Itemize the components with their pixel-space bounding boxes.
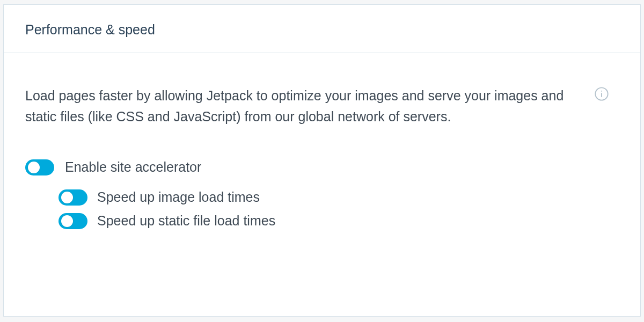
- toggle-speed-static[interactable]: [58, 213, 87, 229]
- toggle-row-enable-accelerator: Enable site accelerator: [25, 159, 619, 175]
- info-icon[interactable]: [594, 86, 609, 101]
- section-title: Performance & speed: [25, 22, 619, 38]
- toggle-row-speed-images: Speed up image load times: [58, 189, 619, 206]
- svg-point-2: [601, 91, 602, 92]
- description-row: Load pages faster by allowing Jetpack to…: [25, 85, 619, 127]
- card-body: Load pages faster by allowing Jetpack to…: [4, 53, 640, 258]
- toggle-enable-accelerator[interactable]: [25, 159, 54, 175]
- toggle-speed-images[interactable]: [58, 189, 87, 206]
- toggle-knob: [61, 192, 73, 203]
- section-description: Load pages faster by allowing Jetpack to…: [25, 85, 583, 127]
- toggle-label-enable-accelerator: Enable site accelerator: [65, 159, 201, 175]
- toggle-row-speed-static: Speed up static file load times: [58, 213, 619, 229]
- performance-card: Performance & speed Load pages faster by…: [3, 4, 641, 317]
- toggles-group: Enable site accelerator Speed up image l…: [25, 159, 619, 229]
- toggle-knob: [28, 162, 40, 173]
- card-header: Performance & speed: [4, 5, 640, 53]
- toggle-label-speed-static: Speed up static file load times: [97, 213, 275, 229]
- toggle-knob: [61, 215, 73, 227]
- toggle-label-speed-images: Speed up image load times: [97, 189, 260, 205]
